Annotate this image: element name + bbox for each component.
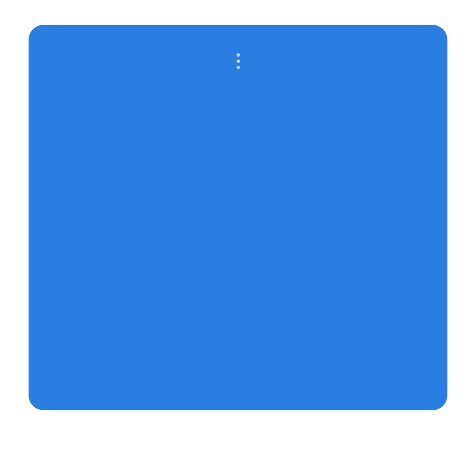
dot-3 (237, 66, 240, 69)
dot-1 (237, 53, 240, 57)
pagination-dots (237, 53, 240, 69)
feature-card (29, 25, 447, 410)
dot-2 (237, 60, 240, 63)
